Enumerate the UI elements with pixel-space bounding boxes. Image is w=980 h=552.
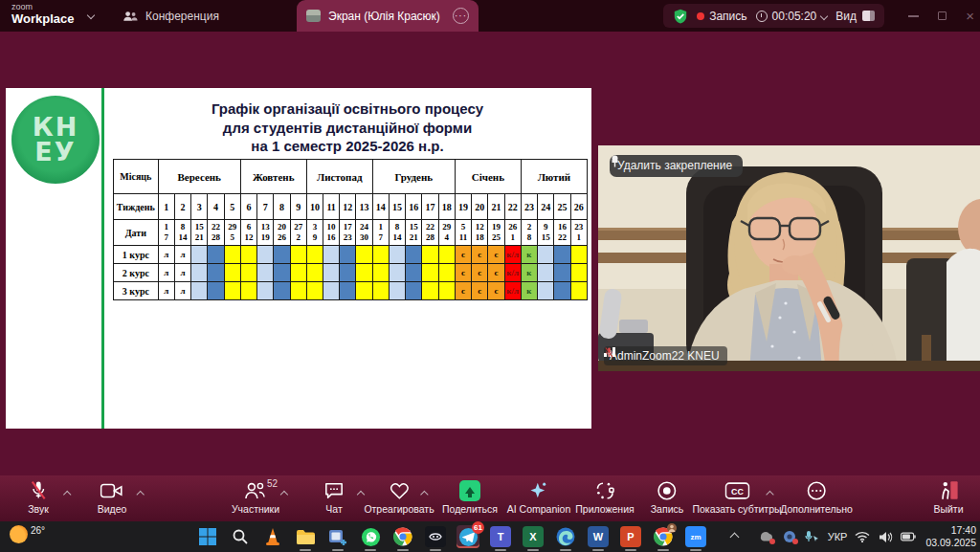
schedule-row-label: Тиждень xyxy=(114,194,159,220)
excel-icon[interactable]: X xyxy=(522,525,545,548)
word-icon[interactable]: W xyxy=(587,525,610,548)
zoom-app-icon[interactable]: zm xyxy=(684,525,707,548)
schedule-cell xyxy=(438,282,455,300)
teams-icon[interactable]: T xyxy=(489,525,512,548)
tab-options-icon[interactable]: ··· xyxy=(453,8,469,24)
schedule-cell xyxy=(274,282,290,300)
schedule-cell xyxy=(570,282,587,300)
schedule-week-cell: 18 xyxy=(438,194,455,220)
captions-menu-chevron-icon[interactable] xyxy=(766,491,773,498)
schedule-cell xyxy=(274,246,290,264)
weather-widget[interactable]: 26° xyxy=(10,525,45,543)
schedule-cell: л xyxy=(174,282,190,300)
chevron-down-icon[interactable] xyxy=(820,11,828,19)
record-button[interactable]: Запись xyxy=(651,480,683,515)
close-button[interactable]: × xyxy=(966,9,974,23)
schedule-date-cell: 39 xyxy=(306,220,323,246)
camera-icon xyxy=(100,480,123,500)
react-button[interactable]: Отреагировать xyxy=(364,480,434,515)
record-label: Запись xyxy=(651,503,683,515)
schedule-cell: л xyxy=(174,264,190,282)
view-button[interactable]: Вид xyxy=(835,10,875,23)
more-label: Дополнительно xyxy=(780,503,853,515)
share-screen-icon xyxy=(459,480,480,501)
participants-menu-chevron-icon[interactable] xyxy=(280,491,288,498)
whatsapp-icon[interactable] xyxy=(359,525,382,548)
audio-label: Звук xyxy=(28,503,49,515)
tab-meeting[interactable]: Конференция xyxy=(122,0,219,32)
more-ellipsis-icon xyxy=(806,480,827,500)
minimize-button[interactable] xyxy=(908,15,919,17)
chevron-down-icon[interactable] xyxy=(87,11,95,19)
volume-icon[interactable] xyxy=(878,529,893,544)
search-button[interactable] xyxy=(229,525,252,548)
security-shield-icon[interactable] xyxy=(673,9,688,24)
schedule-week-cell: 17 xyxy=(422,194,438,220)
schedule-cell: с xyxy=(472,246,488,264)
heart-icon xyxy=(389,480,410,500)
chrome-profile-icon[interactable] xyxy=(652,525,675,548)
schedule-date-cell: 295 xyxy=(224,220,240,246)
dark-app-icon[interactable] xyxy=(424,525,447,548)
file-explorer-icon[interactable] xyxy=(294,525,317,548)
edge-icon[interactable] xyxy=(554,525,577,548)
schedule-week-cell: 5 xyxy=(224,194,240,220)
schedule-cell xyxy=(240,246,256,264)
telegram-icon[interactable]: 61 xyxy=(457,525,479,548)
react-menu-chevron-icon[interactable] xyxy=(420,491,428,498)
captions-button[interactable]: CC Показать субтитры xyxy=(692,480,781,515)
battery-icon[interactable] xyxy=(901,529,916,544)
wifi-icon[interactable] xyxy=(855,529,870,544)
schedule-cell xyxy=(306,282,323,300)
schedule-week-cell: 15 xyxy=(389,194,405,220)
schedule-date-cell: 294 xyxy=(438,220,455,246)
mic-status-icon[interactable] xyxy=(805,529,820,544)
schedule-date-cell: 1925 xyxy=(488,220,504,246)
leave-button[interactable]: Выйти xyxy=(933,480,963,515)
language-indicator[interactable]: УКР xyxy=(828,531,848,542)
pinned-video-tile[interactable]: Удалить закрепление AdminZoom22 KNEU xyxy=(598,145,980,371)
schedule-cell xyxy=(340,246,356,264)
share-screen-button[interactable]: Поделиться xyxy=(442,480,498,515)
more-button[interactable]: Дополнительно xyxy=(780,480,853,515)
audio-button[interactable]: Звук xyxy=(28,480,49,515)
audio-menu-chevron-icon[interactable] xyxy=(63,491,71,498)
recording-indicator[interactable]: Запись xyxy=(697,10,746,23)
video-menu-chevron-icon[interactable] xyxy=(136,491,144,498)
schedule-month-header: Листопад xyxy=(306,160,372,194)
schedule-date-cell: 814 xyxy=(389,220,405,246)
schedule-date-cell: 2228 xyxy=(208,220,224,246)
powerpoint-icon[interactable]: P xyxy=(619,525,642,548)
schedule-cell: к/л xyxy=(504,264,521,282)
schedule-cell xyxy=(290,264,306,282)
schedule-date-cell: 2430 xyxy=(356,220,372,246)
muted-mic-icon xyxy=(604,346,614,359)
tab-screen-share[interactable]: Экран (Юлія Красюк) ··· xyxy=(297,0,479,32)
meeting-timer[interactable]: 00:05:20 xyxy=(756,10,828,23)
ai-companion-button[interactable]: AI Companion xyxy=(507,480,571,515)
schedule-date-cell: 915 xyxy=(538,220,554,246)
tray-app-icon-2[interactable] xyxy=(782,529,797,544)
tray-app-icon-1[interactable] xyxy=(759,529,774,544)
schedule-cell: с xyxy=(488,264,504,282)
remove-pin-button[interactable]: Удалить закрепление xyxy=(610,155,743,177)
apps-button[interactable]: Приложения xyxy=(575,480,634,515)
participants-icon: 52 xyxy=(244,480,267,500)
screen-thumbnail-icon xyxy=(306,10,321,22)
video-button[interactable]: Видео xyxy=(98,480,127,515)
start-button[interactable] xyxy=(196,525,219,548)
chrome-icon[interactable] xyxy=(391,525,414,548)
participants-button[interactable]: 52 Участники xyxy=(232,480,279,515)
schedule-week-cell: 10 xyxy=(306,194,323,220)
document-title: Графік організації освітнього процесу дл… xyxy=(109,99,586,156)
chat-button[interactable]: Чат xyxy=(323,480,345,515)
schedule-week-cell: 4 xyxy=(208,194,224,220)
maximize-button[interactable] xyxy=(938,11,947,20)
taskbar-time: 17:40 xyxy=(925,524,976,537)
schedule-cell xyxy=(356,282,372,300)
tray-chevron-icon[interactable] xyxy=(729,532,739,541)
capture-app-icon[interactable] xyxy=(326,525,349,548)
vlc-icon[interactable] xyxy=(261,525,284,548)
app-brand: zoom Workplace xyxy=(11,3,75,25)
taskbar-clock[interactable]: 17:40 03.09.2025 xyxy=(925,524,976,549)
